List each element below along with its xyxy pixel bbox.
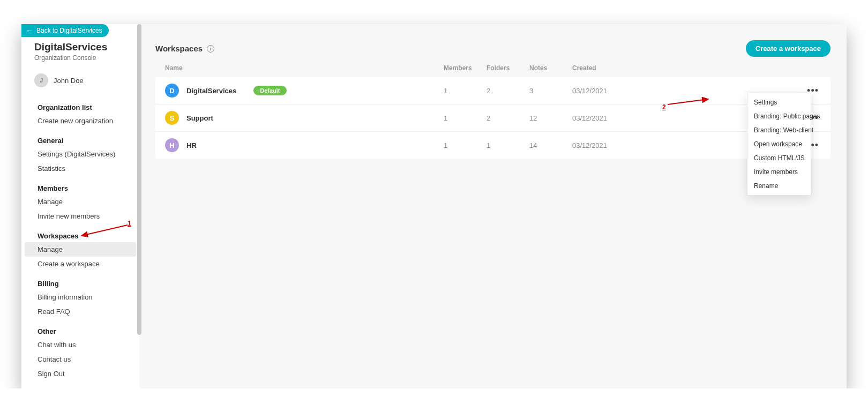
main-header: Workspaces i Create a workspace [155,40,830,57]
back-button[interactable]: ← Back to DigitalServices [21,24,109,37]
default-badge: Default [253,86,286,95]
nav-group: Organization listCreate new organization [25,100,136,128]
table-row[interactable]: SSupport121203/12/2021••• [155,104,830,132]
created-cell: 03/12/2021 [572,141,663,149]
notes-cell: 12 [529,114,572,122]
create-workspace-button[interactable]: Create a workspace [746,40,830,57]
nav-item[interactable]: Billing information [25,290,136,304]
name-cell: DDigitalServicesDefault [165,84,444,98]
menu-item[interactable]: Invite members [747,165,811,179]
nav-item[interactable]: Read FAQ [25,304,136,319]
page-title-wrap: Workspaces i [155,44,214,53]
scrollbar-thumb[interactable] [137,24,141,335]
nav-heading: Organization list [25,100,136,114]
nav-heading: Members [25,181,136,194]
col-created: Created [572,64,663,72]
workspace-avatar: H [165,138,179,152]
nav-heading: Other [25,324,136,338]
nav-heading: Billing [25,276,136,290]
col-name: Name [165,64,444,72]
folders-cell: 2 [487,114,529,122]
nav-item[interactable]: Manage [25,194,136,209]
nav-item[interactable]: Contact us [25,352,136,366]
table-header: Name Members Folders Notes Created [155,64,830,77]
nav-item[interactable]: Manage [25,242,136,257]
members-cell: 1 [444,87,487,95]
nav-item[interactable]: Statistics [25,161,136,176]
nav-item[interactable]: Invite new members [25,209,136,223]
nav-heading: Workspaces [25,229,136,242]
workspace-name: DigitalServices [186,87,236,95]
avatar: J [34,73,48,87]
members-cell: 1 [444,141,487,149]
menu-item[interactable]: Branding: Public pages [747,109,811,123]
info-icon[interactable]: i [207,45,214,53]
folders-cell: 2 [487,87,529,95]
nav-group: MembersManageInvite new members [25,181,136,223]
sidebar: ← Back to DigitalServices DigitalService… [21,24,139,388]
app-frame: ← Back to DigitalServices DigitalService… [21,24,847,388]
col-notes: Notes [529,64,572,72]
nav-item[interactable]: Create a workspace [25,257,136,271]
org-header: DigitalServices Organization Console [21,41,139,66]
name-cell: SSupport [165,111,444,125]
nav-item[interactable]: Settings (DigitalServices) [25,147,136,161]
folders-cell: 1 [487,141,529,149]
nav-item[interactable]: Chat with us [25,338,136,352]
page-title: Workspaces [155,44,203,53]
col-members: Members [444,64,487,72]
name-cell: HHR [165,138,444,152]
arrow-left-icon: ← [26,27,33,34]
table-row[interactable]: HHR111403/12/2021••• [155,132,830,159]
menu-item[interactable]: Custom HTML/JS [747,151,811,165]
user-name: John Doe [54,77,84,85]
members-cell: 1 [444,114,487,122]
workspace-name: Support [186,114,213,122]
nav-group: BillingBilling informationRead FAQ [25,276,136,319]
org-subtitle: Organization Console [34,54,132,62]
main-content: Workspaces i Create a workspace Name Mem… [139,24,847,388]
menu-item[interactable]: Branding: Web-client [747,123,811,137]
table-row[interactable]: DDigitalServicesDefault12303/12/2021••• [155,77,830,104]
menu-item[interactable]: Settings [747,95,811,109]
workspace-name: HR [186,141,197,149]
notes-cell: 14 [529,141,572,149]
row-actions-menu[interactable]: SettingsBranding: Public pagesBranding: … [747,93,811,196]
back-button-label: Back to DigitalServices [36,27,102,34]
notes-cell: 3 [529,87,572,95]
create-workspace-label: Create a workspace [755,44,821,53]
org-name: DigitalServices [34,41,132,53]
col-folders: Folders [487,64,529,72]
nav-item[interactable]: Sign Out [25,366,136,381]
menu-item[interactable]: Open workspace [747,137,811,151]
nav-heading: General [25,133,136,147]
menu-item[interactable]: Rename [747,179,811,193]
nav-group: OtherChat with usContact usSign Out [25,324,136,381]
nav-item[interactable]: Create new organization [25,114,136,128]
workspace-avatar: D [165,84,179,98]
nav-group: WorkspacesManageCreate a workspace [25,229,136,271]
nav-group: GeneralSettings (DigitalServices)Statist… [25,133,136,176]
current-user[interactable]: J John Doe [21,66,139,95]
sidebar-scrollbar[interactable] [137,24,141,388]
table-body: DDigitalServicesDefault12303/12/2021•••S… [155,77,830,159]
workspaces-table: Name Members Folders Notes Created DDigi… [155,64,830,159]
created-cell: 03/12/2021 [572,114,663,122]
sidebar-nav: Organization listCreate new organization… [21,95,139,388]
workspace-avatar: S [165,111,179,125]
created-cell: 03/12/2021 [572,87,663,95]
